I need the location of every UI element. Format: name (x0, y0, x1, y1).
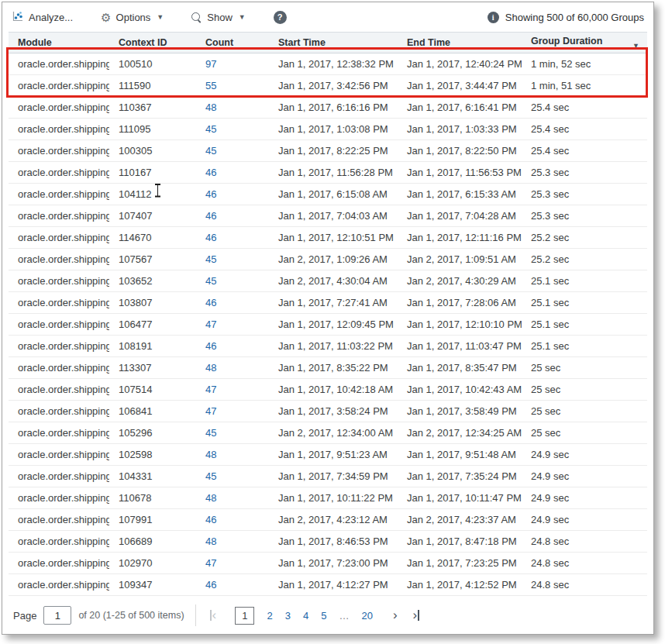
page-4-link[interactable]: 4 (303, 610, 308, 622)
cell-count-link[interactable]: 45 (205, 145, 216, 157)
table-row[interactable]: oracle.order.shipping 107514 47 Jan 1, 2… (9, 379, 647, 401)
cell-duration: 25.2 sec (522, 227, 647, 249)
table-row[interactable]: oracle.order.shipping 109347 46 Jan 1, 2… (9, 574, 647, 596)
cell-duration: 25 sec (522, 401, 647, 422)
cell-duration: 25.2 sec (522, 249, 647, 270)
sort-dropdown-icon[interactable]: ▼ (632, 42, 639, 50)
table-row[interactable]: oracle.order.shipping 107567 45 Jan 2, 2… (9, 249, 647, 270)
table-row[interactable]: oracle.order.shipping 100305 45 Jan 1, 2… (9, 140, 647, 162)
cell-count-link[interactable]: 48 (205, 102, 216, 113)
next-page-button[interactable]: › (393, 611, 398, 620)
cell-count-link[interactable]: 45 (205, 123, 216, 135)
table-row[interactable]: oracle.order.shipping 104112 46 Jan 1, 2… (9, 184, 647, 205)
cell-count-link[interactable]: 47 (205, 384, 216, 395)
chevron-right-bar-icon: › (413, 611, 418, 620)
cell-duration: 24.9 sec (522, 466, 647, 487)
cell-count-link[interactable]: 48 (205, 449, 216, 460)
cell-count-link[interactable]: 97 (205, 58, 216, 70)
page-3-link[interactable]: 3 (285, 610, 291, 622)
page-2-link[interactable]: 2 (267, 610, 272, 622)
cell-count-link[interactable]: 46 (205, 232, 216, 243)
cell-end-time: Jan 1, 2017, 10:42:43 AM (398, 379, 522, 401)
table-row[interactable]: oracle.order.shipping 107407 46 Jan 1, 2… (9, 205, 647, 227)
cell-duration: 24.8 sec (522, 574, 647, 596)
cell-context-id: 106841 (109, 401, 196, 422)
table-row[interactable]: oracle.order.shipping 102970 47 Jan 1, 2… (9, 553, 647, 574)
cell-start-time: Jan 1, 2017, 3:42:56 PM (269, 75, 398, 97)
cell-count-link[interactable]: 48 (205, 492, 216, 504)
cell-count-link[interactable]: 45 (205, 427, 216, 439)
column-header-group-duration[interactable]: Group Duration ▼ (522, 33, 647, 53)
table-row[interactable]: oracle.order.shipping 110678 48 Jan 1, 2… (9, 487, 647, 509)
column-header-context-id[interactable]: Context ID (109, 33, 196, 53)
cell-count-link[interactable]: 46 (205, 167, 216, 178)
cell-count-link[interactable]: 45 (205, 470, 216, 482)
cell-end-time: Jan 1, 2017, 11:56:53 PM (398, 162, 522, 184)
cell-count-link[interactable]: 46 (205, 579, 216, 591)
table-row[interactable]: oracle.order.shipping 103807 46 Jan 1, 2… (9, 292, 647, 314)
help-icon[interactable]: ? (274, 11, 287, 24)
options-button[interactable]: ⚙ Options ▼ (101, 12, 164, 23)
cell-module: oracle.order.shipping (9, 292, 109, 314)
last-page-button[interactable]: › (413, 610, 420, 621)
page-5-link[interactable]: 5 (321, 610, 326, 622)
cell-start-time: Jan 1, 2017, 10:11:22 PM (269, 487, 398, 509)
cell-end-time: Jan 2, 2017, 4:30:29 AM (398, 270, 522, 292)
cell-count-link[interactable]: 45 (205, 275, 216, 287)
table-row[interactable]: oracle.order.shipping 102598 48 Jan 1, 2… (9, 444, 647, 466)
cell-count-link[interactable]: 48 (205, 536, 216, 547)
cell-count: 46 (196, 184, 269, 205)
table-row[interactable]: oracle.order.shipping 105296 45 Jan 2, 2… (9, 422, 647, 444)
status-text: Showing 500 of 60,000 Groups (505, 12, 644, 23)
column-header-start-time[interactable]: Start Time (269, 33, 398, 53)
cell-context-id: 100305 (109, 140, 196, 162)
cell-module: oracle.order.shipping (9, 270, 109, 292)
table-row[interactable]: oracle.order.shipping 106689 48 Jan 1, 2… (9, 531, 647, 553)
table-row[interactable]: oracle.order.shipping 111590 55 Jan 1, 2… (9, 75, 647, 97)
cell-count-link[interactable]: 47 (205, 319, 216, 330)
table-row[interactable]: oracle.order.shipping 108191 46 Jan 1, 2… (9, 336, 647, 357)
groups-table: Module Context ID Count Start Time End T… (9, 32, 647, 596)
page-20-link[interactable]: 20 (361, 610, 372, 622)
column-header-module[interactable]: Module (9, 33, 109, 53)
cell-count-link[interactable]: 46 (205, 188, 216, 200)
cell-count-link[interactable]: 46 (205, 210, 216, 222)
cell-count-link[interactable]: 46 (205, 340, 216, 352)
table-row[interactable]: oracle.order.shipping 106477 47 Jan 1, 2… (9, 314, 647, 336)
table-row[interactable]: oracle.order.shipping 113307 48 Jan 1, 2… (9, 357, 647, 379)
table-row[interactable]: oracle.order.shipping 104331 45 Jan 1, 2… (9, 466, 647, 487)
table-row[interactable]: oracle.order.shipping 107991 46 Jan 2, 2… (9, 509, 647, 531)
cell-count-link[interactable]: 46 (205, 514, 216, 525)
table-row[interactable]: oracle.order.shipping 110167 46 Jan 1, 2… (9, 162, 647, 184)
table-row[interactable]: oracle.order.shipping 103652 45 Jan 2, 2… (9, 270, 647, 292)
column-header-end-time[interactable]: End Time (398, 33, 522, 53)
cell-count-link[interactable]: 55 (205, 80, 216, 91)
analyze-button[interactable]: Analyze... (12, 10, 73, 25)
column-header-count[interactable]: Count (196, 33, 269, 53)
table-row[interactable]: oracle.order.shipping 114670 46 Jan 1, 2… (9, 227, 647, 249)
cell-end-time: Jan 2, 2017, 1:09:51 AM (398, 249, 522, 270)
table-row[interactable]: oracle.order.shipping 111095 45 Jan 1, 2… (9, 119, 647, 140)
cell-count: 48 (196, 97, 269, 119)
table-row[interactable]: oracle.order.shipping 110367 48 Jan 1, 2… (9, 97, 647, 119)
chevron-down-icon: ▼ (157, 13, 164, 21)
cell-context-id: 105296 (109, 422, 196, 444)
page-1-current[interactable]: 1 (235, 607, 254, 625)
cell-count-link[interactable]: 46 (205, 297, 216, 308)
options-button-label: Options (116, 12, 151, 23)
cell-start-time: Jan 1, 2017, 3:58:24 PM (269, 401, 398, 422)
cell-count-link[interactable]: 47 (205, 405, 216, 417)
table-row[interactable]: oracle.order.shipping 100510 97 Jan 1, 2… (9, 53, 647, 75)
cell-module: oracle.order.shipping (9, 357, 109, 379)
cell-count-link[interactable]: 47 (205, 557, 216, 569)
table-row[interactable]: oracle.order.shipping 106841 47 Jan 1, 2… (9, 401, 647, 422)
page-number-input[interactable] (43, 606, 71, 625)
cell-end-time: Jan 1, 2017, 8:22:50 PM (398, 140, 522, 162)
cell-context-id: 111590 (109, 75, 196, 97)
cell-duration: 25 sec (522, 379, 647, 401)
cell-module: oracle.order.shipping (9, 140, 109, 162)
cell-count-link[interactable]: 48 (205, 362, 216, 374)
show-button[interactable]: Show ▼ (191, 12, 245, 23)
cell-count-link[interactable]: 45 (205, 253, 216, 265)
cell-count: 47 (196, 401, 269, 422)
